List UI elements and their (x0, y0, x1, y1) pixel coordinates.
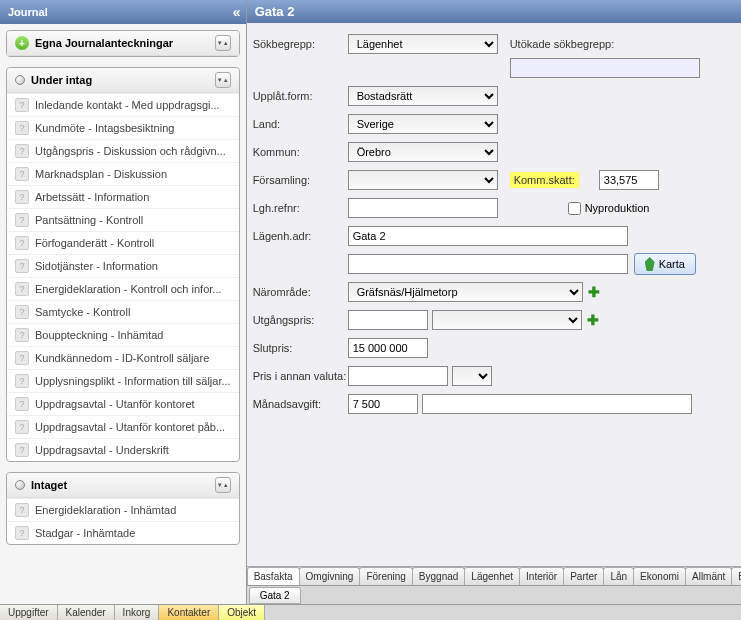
bottom-tab-uppgifter[interactable]: Uppgifter (0, 605, 58, 620)
kommun-select[interactable]: Örebro (348, 142, 498, 162)
question-icon: ? (15, 351, 29, 365)
bullet-icon (15, 75, 25, 85)
prisannan-currency-select[interactable] (452, 366, 492, 386)
list-item-label: Pantsättning - Kontroll (35, 214, 143, 226)
bottom-tab-kalender[interactable]: Kalender (58, 605, 115, 620)
list-item-label: Upplysningsplikt - Information till sälj… (35, 375, 231, 387)
content-title: Gata 2 (247, 0, 741, 23)
sokbegrepp-select[interactable]: Lägenhet (348, 34, 498, 54)
tab-byggnad[interactable]: Byggnad (412, 567, 465, 585)
list-item-label: Kundmöte - Intagsbesiktning (35, 122, 174, 134)
list-item[interactable]: ?Energideklaration - Kontroll och infor.… (7, 277, 239, 300)
list-item[interactable]: ?Bouppteckning - Inhämtad (7, 323, 239, 346)
section-toggle-icon[interactable]: ▼▲ (215, 35, 231, 51)
question-icon: ? (15, 526, 29, 540)
utgangspris-input[interactable] (348, 310, 428, 330)
list-item[interactable]: ?Pantsättning - Kontroll (7, 208, 239, 231)
list-item-label: Arbetssätt - Information (35, 191, 149, 203)
section-toggle-icon[interactable]: ▼▲ (215, 72, 231, 88)
list-item[interactable]: ?Marknadsplan - Diskussion (7, 162, 239, 185)
list-item[interactable]: ?Uppdragsavtal - Underskrift (7, 438, 239, 461)
tab-lån[interactable]: Lån (603, 567, 634, 585)
kommskatt-input[interactable] (599, 170, 659, 190)
bottom-tabs: UppgifterKalenderInkorgKontakterObjekt (0, 604, 741, 620)
list-item[interactable]: ?Energideklaration - Inhämtad (7, 498, 239, 521)
tab-allmänt[interactable]: Allmänt (685, 567, 732, 585)
naromrade-select[interactable]: Gräfsnäs/Hjälmetorp (348, 282, 583, 302)
content-bottom-tab[interactable]: Gata 2 (249, 587, 301, 604)
lagenhadr-input[interactable] (348, 226, 628, 246)
sidebar-title: Journal (8, 6, 48, 18)
list-item-label: Uppdragsavtal - Utanför kontoret (35, 398, 195, 410)
section-title: Under intag (31, 74, 92, 86)
map-pin-icon (645, 257, 655, 271)
slutpris-label: Slutpris: (253, 342, 348, 354)
section-header[interactable]: Under intag▼▲ (7, 68, 239, 93)
section-title: Intaget (31, 479, 67, 491)
question-icon: ? (15, 144, 29, 158)
list-item[interactable]: ?Förfoganderätt - Kontroll (7, 231, 239, 254)
kommun-label: Kommun: (253, 146, 348, 158)
tab-omgivning[interactable]: Omgivning (299, 567, 361, 585)
list-item[interactable]: ?Utgångspris - Diskussion och rådgivn... (7, 139, 239, 162)
list-item[interactable]: ?Uppdragsavtal - Utanför kontoret (7, 392, 239, 415)
land-select[interactable]: Sverige (348, 114, 498, 134)
kommskatt-label: Komm.skatt: (510, 172, 579, 188)
list-item-label: Stadgar - Inhämtade (35, 527, 135, 539)
list-item[interactable]: ?Uppdragsavtal - Utanför kontoret påb... (7, 415, 239, 438)
nyproduktion-label: Nyproduktion (585, 202, 650, 214)
content-tabs: BasfaktaOmgivningFöreningByggnadLägenhet… (247, 566, 741, 585)
utokade-label: Utökade sökbegrepp: (510, 38, 615, 50)
list-item-label: Energideklaration - Kontroll och infor..… (35, 283, 222, 295)
utokade-input[interactable] (510, 58, 700, 78)
list-item[interactable]: ?Kundmöte - Intagsbesiktning (7, 116, 239, 139)
question-icon: ? (15, 443, 29, 457)
tab-parter[interactable]: Parter (563, 567, 604, 585)
manadsavgift-input[interactable] (348, 394, 418, 414)
question-icon: ? (15, 98, 29, 112)
tab-bil[interactable]: Bil (731, 567, 741, 585)
add-naromrade-icon[interactable]: ✚ (587, 285, 601, 299)
bottom-tab-objekt[interactable]: Objekt (219, 605, 265, 620)
sidebar-section: Under intag▼▲?Inledande kontakt - Med up… (6, 67, 240, 462)
slutpris-input[interactable] (348, 338, 428, 358)
section-header[interactable]: +Egna Journalanteckningar▼▲ (7, 31, 239, 56)
list-item[interactable]: ?Sidotjänster - Information (7, 254, 239, 277)
bottom-tab-inkorg[interactable]: Inkorg (115, 605, 160, 620)
journal-sidebar: Journal « +Egna Journalanteckningar▼▲Und… (0, 0, 247, 604)
section-toggle-icon[interactable]: ▼▲ (215, 477, 231, 493)
tab-interiör[interactable]: Interiör (519, 567, 564, 585)
list-item[interactable]: ?Stadgar - Inhämtade (7, 521, 239, 544)
lghrefnr-input[interactable] (348, 198, 498, 218)
tab-basfakta[interactable]: Basfakta (247, 567, 300, 585)
collapse-sidebar-icon[interactable]: « (233, 4, 238, 20)
plus-icon: + (15, 36, 29, 50)
karta-button[interactable]: Karta (634, 253, 696, 275)
list-item-label: Marknadsplan - Diskussion (35, 168, 167, 180)
list-item[interactable]: ?Upplysningsplikt - Information till säl… (7, 369, 239, 392)
list-item-label: Förfoganderätt - Kontroll (35, 237, 154, 249)
list-item[interactable]: ?Samtycke - Kontroll (7, 300, 239, 323)
bullet-icon (15, 480, 25, 490)
tab-lägenhet[interactable]: Lägenhet (464, 567, 520, 585)
list-item[interactable]: ?Kundkännedom - ID-Kontroll säljare (7, 346, 239, 369)
upplatform-select[interactable]: Bostadsrätt (348, 86, 498, 106)
tab-förening[interactable]: Förening (359, 567, 412, 585)
bottom-tab-kontakter[interactable]: Kontakter (159, 605, 219, 620)
manadsavgift-extra-input[interactable] (422, 394, 692, 414)
question-icon: ? (15, 374, 29, 388)
tab-ekonomi[interactable]: Ekonomi (633, 567, 686, 585)
utgangspris-select[interactable] (432, 310, 582, 330)
add-utgangspris-icon[interactable]: ✚ (586, 313, 600, 327)
prisannan-input[interactable] (348, 366, 448, 386)
list-item-label: Inledande kontakt - Med uppdragsgi... (35, 99, 220, 111)
question-icon: ? (15, 190, 29, 204)
list-item-label: Kundkännedom - ID-Kontroll säljare (35, 352, 209, 364)
forsamling-select[interactable] (348, 170, 498, 190)
lagenhadr-input-2[interactable] (348, 254, 628, 274)
section-header[interactable]: Intaget▼▲ (7, 473, 239, 498)
list-item[interactable]: ?Arbetssätt - Information (7, 185, 239, 208)
nyproduktion-checkbox[interactable] (568, 202, 581, 215)
question-icon: ? (15, 167, 29, 181)
list-item[interactable]: ?Inledande kontakt - Med uppdragsgi... (7, 93, 239, 116)
